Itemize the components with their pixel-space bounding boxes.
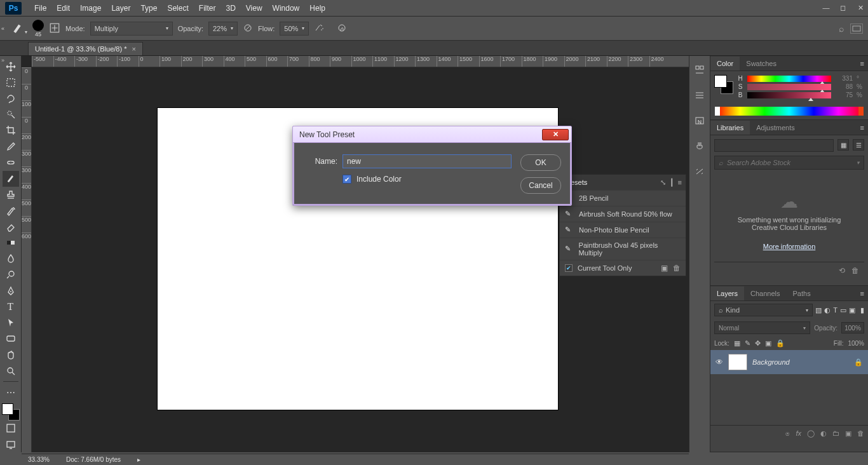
gradient-tool-icon[interactable] [3, 234, 19, 250]
zoom-level[interactable]: 33.33% [28, 456, 50, 463]
blend-mode-select[interactable]: Normal▾ [714, 321, 810, 334]
more-info-link[interactable]: More information [714, 243, 864, 250]
menu-filter[interactable]: Filter [194, 1, 221, 15]
history-brush-tool-icon[interactable] [3, 203, 19, 219]
shape-tool-icon[interactable] [3, 331, 19, 347]
layer-opacity[interactable]: 100% [841, 322, 864, 334]
ok-button[interactable]: OK [520, 154, 561, 171]
zoom-tool-icon[interactable] [3, 363, 19, 379]
tab-adjustments[interactable]: Adjustments [750, 121, 801, 135]
quickmask-icon[interactable] [3, 421, 19, 436]
menu-view[interactable]: View [241, 1, 268, 15]
tab-libraries[interactable]: Libraries [710, 121, 750, 135]
tab-swatches[interactable]: Swatches [740, 57, 783, 71]
filter-type-icon[interactable]: T [833, 306, 837, 314]
collapse-icon[interactable]: ⤡ [660, 179, 666, 187]
brush-tool-icon[interactable] [3, 171, 19, 187]
preset-name-input[interactable] [342, 154, 512, 168]
filter-adjust-icon[interactable]: ◐ [824, 306, 831, 314]
sat-slider[interactable] [747, 84, 831, 90]
layer-mask-icon[interactable]: ◯ [807, 429, 815, 438]
properties-panel-icon[interactable] [693, 89, 706, 102]
history-panel-icon[interactable] [693, 64, 706, 76]
panel-menu-icon[interactable]: ≡ [860, 290, 864, 297]
include-color-checkbox[interactable]: ✔ [342, 175, 351, 184]
layer-fill[interactable]: 100% [848, 340, 864, 347]
tab-paths[interactable]: Paths [787, 286, 817, 300]
dodge-tool-icon[interactable] [3, 267, 19, 283]
menu-edit[interactable]: Edit [51, 1, 75, 15]
panel-menu-icon[interactable]: ≡ [860, 60, 864, 67]
crop-tool-icon[interactable] [3, 123, 19, 138]
filter-smart-icon[interactable]: ▣ [849, 306, 855, 314]
list-view-icon[interactable]: ☰ [853, 139, 864, 151]
minimize-icon[interactable]: — [818, 4, 834, 11]
panel-menu-icon[interactable]: ≡ [860, 124, 864, 131]
document-tab[interactable]: Untitled-1 @ 33.3% (Blue/8) * × [28, 42, 143, 55]
lasso-tool-icon[interactable] [3, 90, 19, 106]
group-icon[interactable]: 🗀 [832, 429, 839, 438]
menu-select[interactable]: Select [162, 1, 193, 15]
tab-close-icon[interactable]: × [132, 45, 135, 53]
opacity-pressure-icon[interactable] [243, 23, 253, 34]
size-pressure-icon[interactable] [337, 23, 347, 34]
flow-field[interactable]: 50%▾ [280, 22, 309, 36]
lock-artboard-icon[interactable]: ▣ [765, 339, 771, 347]
bri-slider[interactable] [747, 92, 831, 98]
menu-type[interactable]: Type [135, 1, 162, 15]
color-ramp[interactable] [715, 107, 863, 116]
lock-all-icon[interactable]: 🔒 [776, 339, 785, 347]
foreground-background-swatch[interactable] [2, 403, 20, 421]
eraser-tool-icon[interactable] [3, 219, 19, 234]
edit-toolbar-icon[interactable]: ⋯ [3, 384, 19, 400]
color-swatch[interactable] [714, 75, 733, 94]
settings-panel-icon[interactable] [693, 165, 706, 178]
healing-tool-icon[interactable] [3, 154, 19, 170]
blur-tool-icon[interactable] [3, 251, 19, 267]
new-layer-icon[interactable]: ▣ [845, 429, 851, 438]
stamp-tool-icon[interactable] [3, 187, 19, 203]
menu-help[interactable]: Help [304, 1, 330, 15]
screenmode-icon[interactable] [3, 436, 19, 452]
brushes-panel-icon[interactable] [693, 140, 706, 152]
brush-panel-icon[interactable] [49, 22, 60, 35]
tools-expand-icon[interactable]: » [1, 57, 9, 65]
cloud-sync-icon[interactable]: ⟲ [839, 266, 845, 275]
visibility-icon[interactable]: 👁 [715, 358, 723, 367]
status-arrow-icon[interactable]: ▸ [137, 456, 140, 463]
tab-channels[interactable]: Channels [744, 286, 786, 300]
library-select[interactable] [714, 139, 834, 152]
lock-position-icon[interactable]: ✥ [755, 339, 761, 347]
grid-view-icon[interactable]: ▦ [837, 139, 849, 151]
quick-share-icon[interactable] [850, 24, 863, 34]
trash-icon[interactable]: 🗑 [857, 429, 864, 438]
current-tool-checkbox[interactable]: ✔ [565, 264, 573, 272]
menu-3d[interactable]: 3D [220, 1, 240, 15]
filter-kind[interactable]: ⌕Kind▾ [714, 304, 813, 316]
tab-color[interactable]: Color [710, 57, 740, 71]
filter-toggle-icon[interactable]: ▮ [860, 306, 864, 314]
menu-layer[interactable]: Layer [106, 1, 135, 15]
vertical-ruler[interactable]: 001000200300300400500500600 [22, 67, 32, 452]
doc-info[interactable]: Doc: 7.66M/0 bytes [66, 456, 121, 463]
layer-fx-icon[interactable]: fx [796, 429, 801, 438]
search-icon[interactable]: ⌕ [839, 24, 844, 34]
trash-icon[interactable]: 🗑 [851, 266, 859, 275]
preset-item[interactable]: ✎Non-Photo Blue Pencil [560, 222, 686, 238]
link-layers-icon[interactable]: ⍟ [785, 429, 790, 438]
mode-select[interactable]: Multiply ▾ [90, 22, 173, 36]
expand-icon[interactable]: « [1, 25, 4, 32]
lock-pixels-icon[interactable]: ▦ [734, 339, 740, 347]
tool-preset-icon[interactable]: ▾ [11, 22, 27, 35]
airbrush-icon[interactable] [314, 23, 324, 34]
opacity-field[interactable]: 22%▾ [208, 22, 238, 36]
pen-tool-icon[interactable] [3, 283, 19, 299]
horizontal-ruler[interactable]: -500-400-300-200-10001002003004005006007… [32, 56, 689, 67]
new-preset-icon[interactable]: ▣ [661, 264, 668, 273]
marquee-tool-icon[interactable] [3, 74, 19, 90]
lock-brush-icon[interactable]: ✎ [745, 339, 750, 347]
preset-item[interactable]: ✎Paintbrush Oval 45 pixels Multiply [560, 238, 686, 260]
character-panel-icon[interactable] [693, 114, 706, 127]
quickselect-tool-icon[interactable] [3, 107, 19, 123]
close-panel-icon[interactable]: ┃ [670, 179, 674, 187]
